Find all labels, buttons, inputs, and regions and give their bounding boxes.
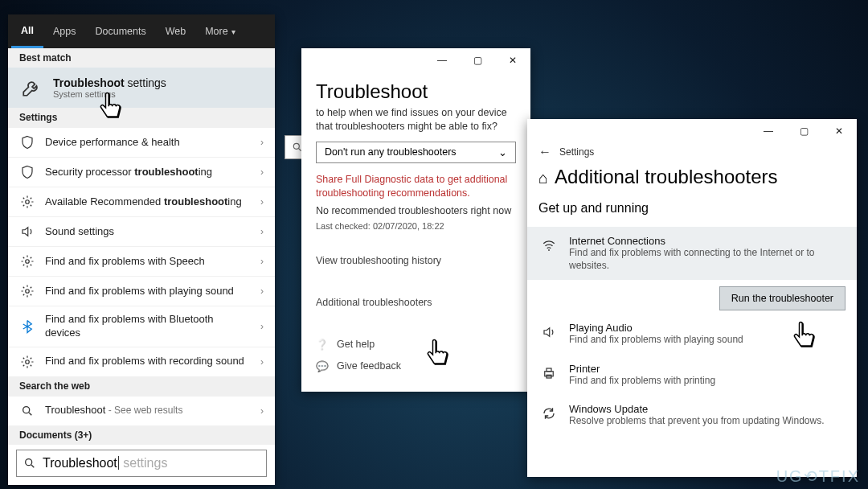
page-title: Troubleshoot — [301, 72, 530, 106]
search-icon — [19, 403, 35, 419]
start-search-panel: All Apps Documents Web More▾ Best match … — [8, 14, 275, 485]
troubleshooter-title: Playing Audio — [569, 322, 845, 334]
maximize-button[interactable]: ▢ — [786, 119, 821, 143]
no-recommended-text: No recommended troubleshooters right now — [301, 205, 530, 220]
view-history-link[interactable]: View troubleshooting history — [301, 250, 530, 271]
chevron-right-icon: › — [260, 405, 264, 417]
result-label: Find and fix problems with Bluetooth dev… — [45, 313, 251, 340]
search-web-header: Search the web — [8, 376, 275, 396]
search-tab-web[interactable]: Web — [156, 14, 195, 48]
settings-result-item[interactable]: Available Recommended troubleshooting › — [8, 187, 275, 216]
result-label: Find and fix problems with recording sou… — [45, 355, 251, 368]
give-feedback-link[interactable]: 💬 Give feedback — [301, 355, 530, 377]
troubleshooter-preference-dropdown[interactable]: Don't run any troubleshooters ⌄ — [316, 142, 516, 163]
documents-header: Documents (3+) — [8, 425, 275, 445]
additional-troubleshooters-window: — ▢ ✕ ← Settings ⌂Additional troubleshoo… — [527, 119, 857, 477]
minimize-button[interactable]: — — [751, 119, 786, 143]
search-input-value: Troubleshoot settings — [43, 456, 167, 471]
search-web-result[interactable]: Troubleshoot - See web results › — [8, 396, 275, 425]
watermark: UG⟲TFIX — [776, 466, 860, 486]
chevron-right-icon: › — [260, 196, 264, 208]
chevron-down-icon: ▾ — [231, 27, 235, 36]
settings-result-item[interactable]: Device performance & health › — [8, 127, 275, 157]
chevron-right-icon: › — [260, 356, 264, 368]
search-tab-apps[interactable]: Apps — [43, 14, 86, 48]
svg-rect-3 — [545, 372, 554, 376]
troubleshooter-desc: Find and fix problems with printing — [569, 375, 845, 388]
result-label: Find and fix problems with playing sound — [45, 285, 251, 298]
troubleshooter-item[interactable]: Playing Audio Find and fix problems with… — [527, 314, 857, 355]
dropdown-label: Don't run any troubleshooters — [325, 146, 457, 158]
troubleshooter-item[interactable]: Internet Connections Find and fix proble… — [527, 227, 857, 280]
printer-icon — [538, 363, 559, 384]
svg-point-6 — [26, 200, 30, 204]
svg-point-12 — [26, 458, 32, 465]
best-match-header: Best match — [8, 48, 275, 68]
page-title: ⌂Additional troubleshooters — [527, 166, 857, 199]
section-heading: Get up and running — [527, 199, 857, 227]
wrench-icon — [19, 76, 43, 100]
search-tab-all[interactable]: All — [11, 14, 43, 48]
search-tab-documents[interactable]: Documents — [85, 14, 155, 48]
best-match-result[interactable]: Troubleshoot settings System settings — [8, 68, 275, 108]
svg-line-13 — [31, 465, 34, 467]
titlebar: — ▢ ✕ — [527, 119, 857, 143]
maximize-button[interactable]: ▢ — [460, 48, 495, 72]
search-input-box[interactable]: Troubleshoot settings — [16, 450, 267, 477]
troubleshooter-item[interactable]: Windows Update Resolve problems that pre… — [527, 395, 857, 436]
sound-icon — [19, 224, 35, 240]
get-help-link[interactable]: ❔ Get help — [301, 334, 530, 355]
settings-result-item[interactable]: Find and fix problems with Bluetooth dev… — [8, 306, 275, 347]
minimize-button[interactable]: — — [424, 48, 460, 72]
best-match-title: Troubleshoot settings — [53, 76, 166, 89]
feedback-icon: 💬 — [316, 360, 329, 372]
troubleshooter-item[interactable]: Printer Find and fix problems with print… — [527, 355, 857, 396]
gear-icon — [19, 194, 35, 210]
back-button[interactable]: ← — [538, 145, 551, 159]
settings-result-item[interactable]: Find and fix problems with Speech › — [8, 246, 275, 276]
shield-icon — [19, 134, 35, 150]
settings-result-item[interactable]: Security processor troubleshooting › — [8, 157, 275, 187]
update-icon — [538, 403, 559, 424]
chevron-down-icon: ⌄ — [498, 146, 507, 158]
chevron-right-icon: › — [260, 137, 264, 148]
chevron-right-icon: › — [260, 321, 264, 332]
troubleshooter-desc: Resolve problems that prevent you from u… — [569, 415, 845, 428]
svg-rect-4 — [547, 368, 551, 372]
troubleshooter-title: Printer — [569, 363, 845, 375]
close-button[interactable]: ✕ — [495, 48, 530, 72]
additional-troubleshooters-link[interactable]: Additional troubleshooters — [301, 292, 530, 313]
troubleshooter-title: Internet Connections — [569, 235, 845, 247]
intro-text: to help when we find issues on your devi… — [301, 106, 530, 142]
result-label: Device performance & health — [45, 136, 251, 150]
troubleshooter-title: Windows Update — [569, 403, 845, 415]
sound-icon — [538, 322, 559, 343]
page-title-text: Additional troubleshooters — [555, 166, 778, 187]
search-tab-more[interactable]: More▾ — [195, 14, 244, 48]
wifi-icon — [538, 235, 559, 256]
run-troubleshooter-button[interactable]: Run the troubleshooter — [719, 286, 845, 310]
titlebar: — ▢ ✕ — [301, 48, 530, 72]
search-tabs: All Apps Documents Web More▾ — [8, 14, 275, 48]
svg-point-10 — [23, 406, 30, 413]
shield-icon — [19, 164, 35, 180]
settings-result-item[interactable]: Find and fix problems with playing sound… — [8, 276, 275, 306]
gear-icon — [19, 253, 35, 269]
settings-header: Settings — [8, 108, 275, 127]
chevron-right-icon: › — [260, 166, 264, 178]
get-help-label: Get help — [337, 339, 375, 350]
svg-line-11 — [29, 413, 31, 415]
home-icon: ⌂ — [538, 169, 548, 187]
troubleshooter-desc: Find and fix problems with playing sound — [569, 334, 845, 347]
diagnostic-warning: Share Full Diagnostic data to get additi… — [301, 173, 530, 205]
best-match-subtitle: System settings — [53, 89, 166, 99]
svg-point-0 — [293, 143, 299, 149]
bluetooth-icon — [19, 318, 35, 335]
result-label: Available Recommended troubleshooting — [45, 195, 251, 209]
troubleshoot-settings-window: — ▢ ✕ Troubleshoot to help when we find … — [301, 48, 530, 392]
settings-result-item[interactable]: Sound settings › — [8, 216, 275, 246]
result-label: Sound settings — [45, 225, 251, 239]
settings-result-item[interactable]: Find and fix problems with recording sou… — [8, 347, 275, 376]
search-icon — [23, 457, 36, 470]
close-button[interactable]: ✕ — [821, 119, 857, 143]
